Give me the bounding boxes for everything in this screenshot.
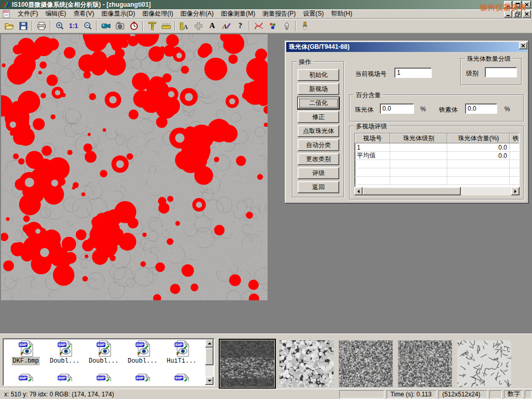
menu-image-display[interactable]: 图像显示(D)	[98, 8, 139, 19]
pick-pearlite-button[interactable]: 点取珠光体	[298, 125, 339, 137]
menu-view[interactable]: 查看(V)	[70, 8, 98, 19]
ruler-button[interactable]	[159, 20, 173, 32]
menu-edit[interactable]: 编辑(E)	[42, 8, 70, 19]
svg-text:BMP: BMP	[136, 376, 144, 380]
annotate-button[interactable]: A	[219, 20, 233, 32]
svg-text:BMP: BMP	[58, 376, 66, 380]
menu-image-processing[interactable]: 图像处理(I)	[139, 8, 177, 19]
scroll-down-button[interactable]	[205, 377, 214, 385]
file-name[interactable]: HuiTi...	[167, 357, 197, 365]
thumbnail-5[interactable]	[457, 340, 511, 387]
text-label-button[interactable]: A	[205, 20, 219, 32]
file-name[interactable]: Doubl...	[89, 357, 119, 365]
correct-button[interactable]: 修正	[298, 111, 339, 123]
file-list-vscrollbar[interactable]	[205, 339, 214, 385]
file-name[interactable]: Doubl...	[128, 357, 158, 365]
table-hscrollbar[interactable]	[354, 187, 520, 195]
auto-classify-button[interactable]: 自动分类	[298, 139, 339, 151]
file-item[interactable]: BMP DKF.bmp	[6, 340, 45, 365]
svg-text:BMP: BMP	[97, 343, 105, 347]
menu-settings[interactable]: 设置(S)	[299, 8, 327, 19]
table-row-empty	[355, 177, 519, 185]
cell-pearlite: 0.0	[447, 143, 510, 151]
actual-size-button[interactable]: 1:1	[66, 20, 81, 32]
file-item[interactable]: BMP	[45, 374, 84, 381]
col-field-no[interactable]: 视场号	[355, 134, 390, 143]
dialog-close-button[interactable]	[519, 42, 527, 49]
thumbnail-3[interactable]	[339, 340, 393, 387]
scroll-left-button[interactable]	[354, 187, 363, 195]
grid-cross-button[interactable]	[191, 20, 205, 32]
metallograph-image[interactable]	[1, 34, 268, 300]
brush-button[interactable]	[298, 20, 312, 32]
zoom-out-button[interactable]	[81, 20, 95, 32]
file-item[interactable]: BMP Doubl...	[45, 340, 84, 365]
file-list[interactable]: BMP DKF.bmp BMP Doubl... BMP Doubl... BM…	[3, 338, 215, 386]
scroll-up-button[interactable]	[205, 339, 214, 348]
menu-report[interactable]: 测量报告(P)	[259, 8, 299, 19]
save-button[interactable]	[16, 20, 30, 32]
file-item[interactable]: BMP	[123, 374, 162, 381]
menu-image-measure[interactable]: 图像测量(M)	[217, 8, 259, 19]
binarize-button[interactable]: 二值化	[298, 97, 339, 109]
current-field-input[interactable]	[394, 68, 432, 78]
print-button[interactable]	[34, 20, 48, 32]
scroll-right-button[interactable]	[511, 187, 520, 195]
change-class-button[interactable]: 更改类别	[298, 153, 339, 165]
svg-text:BMP: BMP	[97, 376, 105, 380]
scroll-track[interactable]	[363, 187, 511, 195]
table-row[interactable]: 1 0.0	[355, 143, 519, 152]
thumbnail-4[interactable]	[398, 340, 452, 387]
help-button[interactable]: ?	[233, 20, 247, 32]
scroll-thumb[interactable]	[205, 348, 214, 365]
grade-button[interactable]: 评级	[298, 167, 339, 179]
rating-table[interactable]: 视场号 珠光体级别 珠光体含量(%) 铁素体含量(%) 1 0.0 平均值	[354, 133, 520, 187]
spline-curve-button[interactable]	[251, 20, 265, 32]
thumbnail-2[interactable]	[280, 340, 334, 387]
scroll-track[interactable]	[205, 348, 214, 377]
video-camera-button[interactable]	[99, 20, 113, 32]
col-pearlite-grade[interactable]: 珠光体级别	[390, 134, 447, 143]
measure-text-button[interactable]: A	[177, 20, 191, 32]
new-field-button[interactable]: 新视场	[298, 83, 339, 95]
level-label: 级别	[466, 69, 478, 78]
table-row[interactable]: 平均值 0.0	[355, 152, 519, 160]
bmp-file-icon: BMP	[135, 374, 151, 381]
pearlite-input[interactable]	[380, 103, 414, 114]
col-pearlite-content[interactable]: 珠光体含量(%)	[447, 134, 510, 143]
svg-text:BMP: BMP	[136, 343, 144, 347]
menu-file[interactable]: 文件(F)	[14, 8, 42, 19]
file-name[interactable]: DKF.bmp	[12, 357, 38, 365]
file-item[interactable]: BMP	[162, 374, 201, 381]
zoom-in-button[interactable]	[52, 20, 66, 32]
ferrite-input[interactable]	[465, 103, 497, 114]
open-file-button[interactable]	[2, 20, 16, 32]
scroll-thumb[interactable]	[363, 187, 461, 195]
thumbnail-strip	[220, 340, 511, 387]
menu-image-analysis[interactable]: 图像分析(A)	[177, 8, 217, 19]
file-item[interactable]: BMP Doubl...	[123, 340, 162, 365]
cell-grade	[390, 143, 447, 151]
return-button[interactable]: 返回	[298, 181, 339, 193]
probe-pen-button[interactable]	[280, 20, 294, 32]
file-item[interactable]: BMP	[84, 374, 123, 381]
file-item[interactable]: BMP	[6, 374, 45, 381]
init-button[interactable]: 初始化	[298, 69, 339, 81]
toolbar-separator	[96, 21, 97, 31]
level-input[interactable]	[485, 67, 517, 77]
timer-button[interactable]	[127, 20, 141, 32]
file-item[interactable]: BMP Doubl...	[84, 340, 123, 365]
file-name[interactable]: Doubl...	[50, 357, 80, 365]
status-empty-panel	[339, 390, 385, 398]
percent-group: 百分含量 珠光体 % 铁素体 %	[349, 95, 524, 122]
file-item[interactable]: BMP HuiTi...	[162, 340, 201, 365]
bmp-file-icon: BMP	[57, 340, 73, 357]
caliper-button[interactable]	[145, 20, 159, 32]
menu-help[interactable]: 帮助(H)	[327, 8, 356, 19]
camera-button[interactable]	[113, 20, 127, 32]
dialog-title-bar[interactable]: 珠光体(GB/T9441-88)	[286, 42, 527, 52]
bmp-file-icon: BMP	[174, 374, 190, 381]
col-ferrite-content[interactable]: 铁素体含量(%)	[510, 134, 520, 143]
classify-points-button[interactable]	[265, 20, 280, 32]
thumbnail-1[interactable]	[220, 340, 274, 387]
